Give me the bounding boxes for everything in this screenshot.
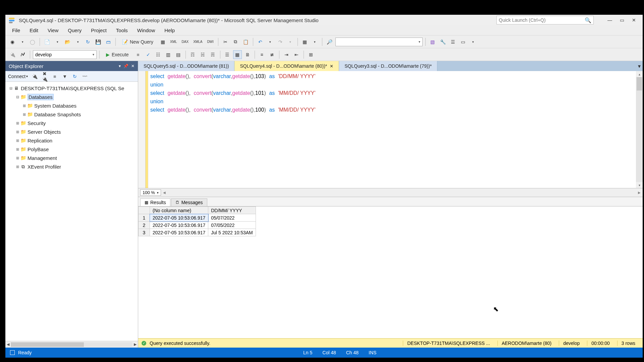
oe-stop-icon[interactable]: ■ <box>51 74 58 79</box>
scroll-track[interactable] <box>11 342 132 347</box>
open-button[interactable]: 📂 <box>63 38 72 46</box>
tree-node[interactable]: ⊞📁System Databases <box>7 101 137 110</box>
minimize-button[interactable]: — <box>604 15 616 25</box>
tree-node[interactable]: ⊞⧉XEvent Profiler <box>7 162 137 171</box>
table-cell[interactable]: 2022-07-05 10:53:06.917 <box>150 214 208 222</box>
tree-server-node[interactable]: ⊟ 🖥 DESKTOP-T731TMA\SQLEXPRESS (SQL Se <box>7 84 137 93</box>
oe-close-icon[interactable]: ✕ <box>131 64 135 68</box>
find-combo[interactable]: ▾ <box>335 38 423 46</box>
connect-icon[interactable]: 🔌 <box>8 50 17 59</box>
parse-button[interactable]: ✓ <box>144 50 153 59</box>
menu-project[interactable]: Project <box>86 25 111 35</box>
tree-node[interactable]: ⊞📁Security <box>7 119 137 127</box>
sql-editor[interactable]: select getdate(), convert(varchar,getdat… <box>138 71 643 188</box>
expand-icon[interactable]: ⊞ <box>21 104 27 108</box>
table-cell[interactable]: Jul 5 2022 10:53AM <box>208 229 256 236</box>
expand-icon[interactable]: ⊟ <box>15 95 20 99</box>
results-tab[interactable]: ▦ Results <box>140 198 170 206</box>
xml-button[interactable]: XML <box>168 38 179 46</box>
table-cell[interactable]: 07/05/2022 <box>208 222 256 229</box>
purple-button[interactable]: ▧ <box>428 38 437 46</box>
results-text-button[interactable]: ☰ <box>223 50 232 59</box>
find-button[interactable]: 🔎 <box>325 38 334 46</box>
nav-back-button[interactable]: ◉ <box>8 38 17 46</box>
de-button-1[interactable]: ▦ <box>158 38 167 46</box>
nav-back-dd[interactable]: ▾ <box>18 38 27 46</box>
menu-window[interactable]: Window <box>132 25 160 35</box>
open-dd[interactable]: ▾ <box>73 38 82 46</box>
hscroll-left-icon[interactable]: ◀ <box>163 191 166 194</box>
scroll-right-icon[interactable]: ▶ <box>134 342 137 347</box>
copy-button[interactable]: ⧉ <box>231 38 240 46</box>
comment-button[interactable]: ≡ <box>258 50 266 59</box>
oe-hscroll[interactable]: ◀ ▶ <box>5 341 138 348</box>
change-conn-button[interactable]: 🗲 <box>18 50 27 59</box>
panel-dd[interactable]: ▾ <box>469 38 478 46</box>
tree-node[interactable]: ⊞📁Database Snapshots <box>7 110 137 119</box>
oe-disc-icon[interactable]: ✖🔌 <box>41 71 48 82</box>
quick-launch-input[interactable] <box>499 17 585 23</box>
database-combo[interactable]: develop ▾ <box>33 50 97 59</box>
table-cell[interactable]: 05/07/2022 <box>208 214 256 222</box>
estplan-button[interactable]: ☷ <box>154 50 163 59</box>
nav-fwd-button[interactable]: ◯ <box>28 38 37 46</box>
tree-node[interactable]: ⊞📁Replication <box>7 136 137 145</box>
indent-button[interactable]: ⇥ <box>282 50 291 59</box>
tab-close-icon[interactable]: ✕ <box>330 64 333 69</box>
scroll-down-icon[interactable]: ▾ <box>636 182 643 188</box>
menu-tools[interactable]: Tools <box>111 25 132 35</box>
inc-stats-button[interactable]: ☴ <box>209 50 217 59</box>
grid-button[interactable]: ▦ <box>301 38 309 46</box>
wrench-button[interactable]: 🔧 <box>438 38 447 46</box>
column-header[interactable]: (No column name) <box>150 207 208 214</box>
uncomment-button[interactable]: ≢ <box>268 50 276 59</box>
tree-node[interactable]: ⊞📁Server Objects <box>7 127 137 136</box>
save-all-button[interactable]: 🗃 <box>104 38 113 46</box>
oe-conn-icon[interactable]: 🔌 <box>31 74 38 79</box>
quick-launch[interactable]: 🔍 <box>496 16 594 24</box>
stop-button[interactable]: ■ <box>134 50 143 59</box>
oe-dropdown-icon[interactable]: ▾ <box>119 64 121 68</box>
paste-button[interactable]: 📋 <box>241 38 250 46</box>
close-button[interactable]: ✕ <box>628 15 640 25</box>
oe-activity-icon[interactable]: 〰 <box>82 74 88 79</box>
props-button[interactable]: ☰ <box>449 38 458 46</box>
dax-button[interactable]: DAX <box>180 38 191 46</box>
column-header[interactable] <box>139 207 150 214</box>
oe-tree[interactable]: ⊟ 🖥 DESKTOP-T731TMA\SQLEXPRESS (SQL Se ⊟… <box>5 82 138 341</box>
results-file-button[interactable]: 🗎 <box>243 50 252 59</box>
tab-sqlquery4[interactable]: SQLQuery4.sql - D...ODOM\amarte (80))* ✕ <box>234 61 339 71</box>
execute-button[interactable]: ▶ Execute <box>102 50 132 59</box>
menu-query[interactable]: Query <box>63 25 86 35</box>
table-cell[interactable]: 2022-07-05 10:53:06.917 <box>150 229 208 236</box>
menu-view[interactable]: View <box>43 25 63 35</box>
expand-icon[interactable]: ⊞ <box>15 138 20 143</box>
new-project-button[interactable]: 📄 <box>43 38 52 46</box>
tree-node[interactable]: ⊞📁PolyBase <box>7 145 137 154</box>
inc-plan-button[interactable]: ☶ <box>189 50 197 59</box>
oe-filter-icon[interactable]: ▼ <box>61 74 68 79</box>
expand-icon[interactable]: ⊞ <box>21 112 27 117</box>
unknown-dd[interactable]: ▾ <box>311 38 319 46</box>
expand-icon[interactable]: ⊞ <box>15 165 20 169</box>
column-header[interactable]: DD/MM/ YYYY <box>208 207 256 214</box>
table-cell[interactable]: 2022-07-05 10:53:06.917 <box>150 222 208 229</box>
tabs-dropdown[interactable]: ▾ <box>636 61 643 71</box>
results-table[interactable]: (No column name)DD/MM/ YYYY12022-07-05 1… <box>138 206 256 236</box>
table-cell[interactable]: 1 <box>139 214 150 222</box>
intellisense-button[interactable]: ▤ <box>174 50 183 59</box>
menu-file[interactable]: File <box>7 25 25 35</box>
undo-button[interactable]: ↶ <box>256 38 265 46</box>
scroll-left-icon[interactable]: ◀ <box>7 342 9 347</box>
results-grid[interactable]: (No column name)DD/MM/ YYYY12022-07-05 1… <box>138 206 643 338</box>
scroll-up-icon[interactable]: ▴ <box>636 71 643 77</box>
tree-node[interactable]: ⊞📁Management <box>7 154 137 162</box>
expand-icon[interactable]: ⊞ <box>15 156 20 160</box>
collapse-icon[interactable]: ⊟ <box>8 86 13 90</box>
scroll-thumb[interactable] <box>637 77 642 90</box>
table-cell[interactable]: 2 <box>139 222 150 229</box>
tab-sqlquery3[interactable]: SQLQuery3.sql - D...ODOM\amarte (79))* <box>339 61 437 71</box>
qopts-button[interactable]: ▥ <box>164 50 173 59</box>
oe-refresh-icon[interactable]: ↻ <box>71 74 78 79</box>
expand-icon[interactable]: ⊞ <box>15 130 20 134</box>
